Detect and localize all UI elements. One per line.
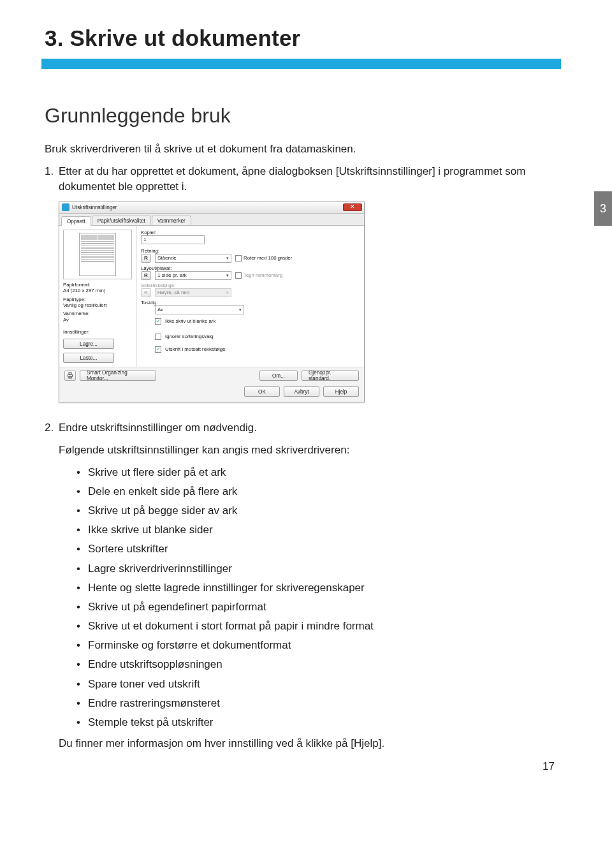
page-number: 17 xyxy=(543,760,555,773)
list-item: Skrive ut på begge sider av ark xyxy=(76,502,555,519)
list-item: Endre rastreringsmønsteret xyxy=(76,695,555,712)
closing-paragraph: Du finner mer informasjon om hver innsti… xyxy=(59,736,555,752)
rotate-ccw-button[interactable]: R xyxy=(141,254,151,263)
printer-icon xyxy=(64,371,76,381)
list-item: Lagre skriverdriverinnstillinger xyxy=(76,560,555,577)
ok-button[interactable]: OK xyxy=(244,386,280,397)
siderekke-reset-button: R xyxy=(141,288,151,297)
list-item: Hente og slette lagrede innstillinger fo… xyxy=(76,579,555,596)
dialog-left-column: Papirformat: A4 (210 x 297 mm) Papirtype… xyxy=(59,226,137,367)
dialog-titlebar: Utskriftsinnstillinger ✕ xyxy=(59,202,364,214)
papirformat-label: Papirformat: xyxy=(63,282,133,288)
app-icon xyxy=(62,203,69,211)
tab-oppsett[interactable]: Oppsett xyxy=(61,216,91,226)
hjelp-button[interactable]: Hjelp xyxy=(323,386,359,397)
print-settings-dialog-figure: Utskriftsinnstillinger ✕ Oppsett Papir/u… xyxy=(59,202,555,402)
list-item: Dele en enkelt side på flere ark xyxy=(76,483,555,500)
lagre-button[interactable]: Lagre... xyxy=(63,339,114,349)
roter-180-checkbox[interactable] xyxy=(235,255,242,261)
list-item: Endre utskriftsoppløsningen xyxy=(76,656,555,673)
gjenoppr-button[interactable]: Gjenoppr. standard. xyxy=(302,371,359,381)
svg-rect-1 xyxy=(69,373,71,375)
list-item: Stemple tekst på utskrifter xyxy=(76,714,555,731)
laste-button[interactable]: Laste... xyxy=(63,353,114,363)
vannmerke-label: Vannmerke: xyxy=(63,311,133,316)
settings-list: Skrive ut flere sider på et ark Dele en … xyxy=(76,464,555,732)
step-1: 1. Etter at du har opprettet et dokument… xyxy=(45,164,555,195)
chapter-accent-bar xyxy=(41,59,561,69)
list-item: Skrive ut et dokument i stort format på … xyxy=(76,617,555,635)
ignorer-checkbox[interactable] xyxy=(155,334,161,340)
tab-vannmerker[interactable]: Vannmerker xyxy=(152,216,191,225)
layout-reset-button[interactable]: R xyxy=(141,271,151,280)
tosidig-label: Tosidig: xyxy=(141,300,359,305)
step-2: 2. Endre utskriftsinnstillinger om nødve… xyxy=(45,420,555,436)
dialog-title: Utskriftsinnstillinger xyxy=(72,205,117,210)
dialog-right-column: Kopier: 1 Retning: R Stående Roter med 1… xyxy=(137,226,364,367)
close-icon: ✕ xyxy=(350,204,355,210)
step-2-number: 2. xyxy=(45,420,54,436)
page-preview xyxy=(63,230,132,279)
list-item: Skrive ut på egendefinert papirformat xyxy=(76,598,555,615)
dialog-footer: Smart Organizing Monitor... Om... Gjenop… xyxy=(59,367,364,384)
vannmerke-value: Av xyxy=(63,317,133,323)
papirformat-value: A4 (210 x 297 mm) xyxy=(63,288,133,293)
step-2-sub: Følgende utskriftsinnstillinger kan angi… xyxy=(59,443,555,459)
close-button[interactable]: ✕ xyxy=(343,203,362,211)
motsatt-label: Utskrift i motsatt rekkefølge xyxy=(165,346,225,352)
dialog-ok-row: OK Avbryt Hjelp xyxy=(59,384,364,402)
smart-organizing-button[interactable]: Smart Organizing Monitor... xyxy=(80,371,156,381)
tegn-ramme-checkbox[interactable] xyxy=(235,272,242,279)
om-button[interactable]: Om... xyxy=(259,371,298,381)
ikke-blanke-checkbox[interactable]: ✓ xyxy=(155,318,161,325)
chapter-title: 3. Skrive ut dokumenter xyxy=(45,26,555,51)
roter-180-label: Roter med 180 grader xyxy=(244,255,292,261)
step-2-text: Endre utskriftsinnstillinger om nødvendi… xyxy=(59,422,257,434)
avbryt-button[interactable]: Avbryt xyxy=(284,386,319,397)
innstillinger-label: Innstillinger: xyxy=(63,329,133,335)
siderekke-label: Siderekkefølge: xyxy=(141,283,359,288)
papirtype-value: Vanlig og resirkulert xyxy=(63,302,133,308)
ikke-blanke-label: Ikke skriv ut blanke ark xyxy=(165,318,215,324)
print-settings-dialog: Utskriftsinnstillinger ✕ Oppsett Papir/u… xyxy=(59,202,365,402)
retning-select[interactable]: Stående xyxy=(155,254,231,263)
step-1-text: Etter at du har opprettet et dokument, å… xyxy=(59,165,525,193)
motsatt-checkbox[interactable]: ✓ xyxy=(155,346,161,353)
list-item: Sortere utskrifter xyxy=(76,540,555,557)
papirtype-label: Papirtype: xyxy=(63,297,133,302)
intro-paragraph: Bruk skriverdriveren til å skrive ut et … xyxy=(45,142,555,158)
ignorer-label: Ignorer sorteringsvalg xyxy=(165,334,213,339)
step-1-number: 1. xyxy=(45,164,54,180)
kopier-label: Kopier: xyxy=(141,230,359,235)
list-item: Spare toner ved utskrift xyxy=(76,675,555,693)
section-title: Grunnleggende bruk xyxy=(45,104,555,128)
layout-select[interactable]: 1 side pr. ark xyxy=(155,271,231,280)
siderekke-select: Høyre, så ned xyxy=(155,288,231,297)
chapter-side-tab: 3 xyxy=(594,191,612,226)
list-item: Skrive ut flere sider på et ark xyxy=(76,464,555,481)
dialog-tabs: Oppsett Papir/utskriftskvalitet Vannmerk… xyxy=(59,214,364,226)
tab-papir[interactable]: Papir/utskriftskvalitet xyxy=(92,216,151,225)
layout-label: Layout/plakat: xyxy=(141,265,359,271)
list-item: Forminske og forstørre et dokumentformat xyxy=(76,636,555,654)
retning-label: Retning: xyxy=(141,248,359,254)
tegn-ramme-label: Tegn rammemarg xyxy=(244,272,282,278)
kopier-input[interactable]: 1 xyxy=(141,235,205,244)
list-item: Ikke skrive ut blanke sider xyxy=(76,521,555,538)
tosidig-select[interactable]: Av xyxy=(155,305,244,314)
